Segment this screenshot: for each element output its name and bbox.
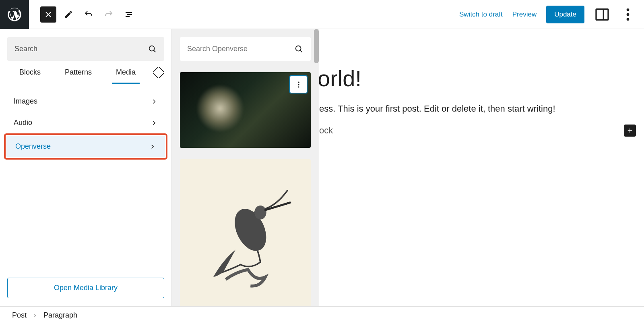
settings-sidebar-toggle[interactable] [594,6,610,23]
sidebar-icon [594,6,610,23]
search-icon [295,45,303,54]
result-options-button[interactable] [289,75,308,93]
workspace: Blocks Patterns Media Images Audio Openv… [0,29,644,306]
svg-point-19 [254,206,266,219]
svg-point-13 [296,46,301,51]
block-inserter-panel: Blocks Patterns Media Images Audio Openv… [0,29,172,306]
open-media-library-button[interactable]: Open Media Library [7,278,164,298]
media-cat-label: Audio [14,118,32,127]
more-vertical-icon [620,6,636,23]
media-cat-label: Images [14,97,37,106]
svg-point-16 [298,84,299,85]
chevron-right-icon [151,98,158,105]
close-icon [43,10,53,19]
update-button[interactable]: Update [546,6,584,23]
block-appender-label: ock [319,125,333,136]
list-view-icon [124,10,134,19]
tab-patterns[interactable]: Patterns [53,61,104,84]
search-icon [148,45,157,54]
openverse-result-1[interactable] [180,72,311,148]
inserter-tabs: Blocks Patterns Media [0,61,171,84]
svg-point-15 [298,81,299,83]
post-paragraph[interactable]: ess. This is your first post. Edit or de… [319,104,644,114]
inserter-search-input[interactable] [14,45,148,53]
chevron-right-icon [149,143,156,150]
redo-button[interactable] [101,6,117,23]
svg-point-7 [627,8,630,11]
media-cat-audio[interactable]: Audio [5,112,167,133]
document-overview-button[interactable] [121,6,137,23]
media-cat-images[interactable]: Images [5,91,167,112]
close-inserter-button[interactable] [40,6,56,23]
top-toolbar: Switch to draft Preview Update [0,0,644,29]
block-appender[interactable]: ock [319,125,644,137]
chevron-right-icon [151,119,158,127]
preview-button[interactable]: Preview [512,10,537,19]
wordpress-logo[interactable] [0,0,29,29]
bird-illustration-icon [193,175,298,304]
media-cat-label: Openverse [15,142,51,151]
svg-rect-5 [596,9,608,20]
svg-point-10 [149,46,155,51]
add-block-button[interactable] [624,125,636,137]
openverse-search-input[interactable] [187,45,295,53]
editor-canvas[interactable]: orld! ess. This is your first post. Edit… [319,29,644,306]
redo-icon [104,10,114,19]
post-title[interactable]: orld! [319,65,644,91]
tab-media[interactable]: Media [104,61,148,84]
wordpress-icon [6,6,23,23]
media-cat-openverse[interactable]: Openverse [6,136,165,157]
block-breadcrumb: Post Paragraph [0,306,644,324]
explore-icon[interactable] [153,67,164,78]
svg-point-17 [298,86,299,87]
switch-to-draft-button[interactable]: Switch to draft [459,10,503,19]
openverse-search[interactable] [180,37,311,61]
tools-button[interactable] [60,6,76,23]
scrollbar[interactable] [314,29,319,63]
more-vertical-icon [295,81,303,89]
openverse-result-2[interactable] [180,159,311,306]
options-button[interactable] [620,6,636,23]
top-left-tools [29,6,137,23]
svg-point-8 [627,13,630,16]
svg-rect-12 [153,67,164,78]
chevron-right-icon [32,313,38,318]
breadcrumb-root[interactable]: Post [12,311,27,320]
media-categories: Images Audio Openverse [0,84,171,166]
top-right-tools: Switch to draft Preview Update [459,6,644,23]
svg-line-11 [154,50,156,52]
inserter-search[interactable] [7,37,164,61]
svg-line-14 [300,50,302,52]
breadcrumb-current[interactable]: Paragraph [43,311,77,320]
svg-point-9 [627,18,630,21]
undo-icon [84,10,93,19]
undo-button[interactable] [80,6,97,23]
tab-blocks[interactable]: Blocks [7,61,53,84]
openverse-results-panel [172,29,319,306]
highlight-annotation: Openverse [4,133,167,160]
plus-icon [626,127,634,134]
pencil-icon [64,10,73,19]
